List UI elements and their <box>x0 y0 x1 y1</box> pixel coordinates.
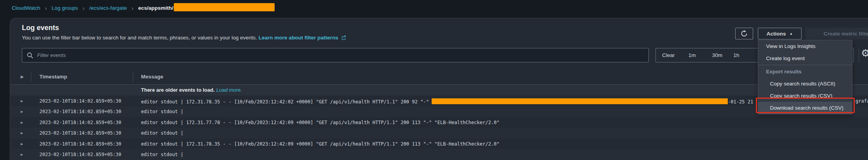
redaction-block-message <box>432 98 728 104</box>
menu-item-download-search-results-csv[interactable]: Download search results (CSV) <box>758 102 852 114</box>
chevron-up-icon: ▲ <box>789 32 793 36</box>
actions-button[interactable]: Actions ▲ <box>758 28 802 39</box>
menu-item-view-in-logs-insights[interactable]: View in Logs Insights <box>758 40 852 52</box>
menu-section-export-results: Export results <box>758 66 852 78</box>
breadcrumb: CloudWatch › Log groups › /ecs/ecs-farga… <box>12 0 275 16</box>
time-range-1m[interactable]: 1m <box>688 52 696 58</box>
older-events-text: There are older events to load. <box>141 87 215 93</box>
log-events-table: There are older events to load.Load more… <box>10 85 868 160</box>
breadcrumb-current-stream: ecs/appsmith/ <box>138 5 173 11</box>
create-metric-filter-button[interactable]: Create metric filter <box>805 28 868 39</box>
page-title: Log events <box>22 24 59 32</box>
refresh-button[interactable] <box>735 28 753 39</box>
table-row[interactable]: ▶ 2023-02-10T18:14:02.859+05:30 editor s… <box>10 96 868 107</box>
table-row[interactable]: ▶ 2023-02-10T18:14:02.859+05:30 editor s… <box>10 149 868 160</box>
refresh-icon <box>741 30 748 37</box>
timestamp-cell: 2023-02-10T18:14:02.859+05:30 <box>39 141 121 147</box>
breadcrumb-separator: › <box>132 5 134 11</box>
divider <box>859 49 859 62</box>
search-icon <box>27 52 33 59</box>
menu-item-copy-search-results-csv[interactable]: Copy search results (CSV) <box>758 90 852 102</box>
column-header-timestamp: Timestamp <box>39 74 67 80</box>
expand-row-icon[interactable]: ▶ <box>21 120 23 124</box>
learn-more-link[interactable]: Learn more about filter patterns <box>259 35 338 41</box>
timestamp-cell: 2023-02-10T18:14:02.859+05:30 <box>39 130 121 136</box>
time-range-1h[interactable]: 1h <box>733 52 739 58</box>
time-range-clear[interactable]: Clear <box>662 52 675 58</box>
expand-row-icon[interactable]: ▶ <box>21 142 23 146</box>
expand-row-icon[interactable]: ▶ <box>21 109 23 114</box>
expand-row-icon[interactable]: ▶ <box>21 152 23 156</box>
time-range-30m[interactable]: 30m <box>712 52 722 58</box>
menu-divider <box>758 65 852 65</box>
menu-item-create-log-event[interactable]: Create log event <box>758 52 852 64</box>
column-header-message: Message <box>141 74 163 80</box>
timestamp-cell: 2023-02-10T18:14:02.859+05:30 <box>39 120 121 125</box>
column-divider <box>133 72 133 82</box>
gear-icon[interactable]: ⚙ <box>861 47 868 59</box>
actions-dropdown-menu: View in Logs Insights Create log event E… <box>758 40 852 114</box>
older-events-row: There are older events to load.Load more… <box>10 85 868 96</box>
breadcrumb-log-group[interactable]: /ecs/ecs-fargate <box>89 5 127 11</box>
message-cell: editor stdout | 172.31.78.35 - - [10/Feb… <box>141 141 500 147</box>
external-link-icon <box>341 35 346 40</box>
menu-item-copy-search-results-ascii[interactable]: Copy search results (ASCII) <box>758 78 852 90</box>
expand-row-icon[interactable]: ▶ <box>21 131 23 135</box>
log-events-panel: Log events You can use the filter bar be… <box>10 18 868 160</box>
table-row[interactable]: ▶ 2023-02-10T18:14:02.859+05:30 editor s… <box>10 128 868 139</box>
filter-events-field[interactable] <box>22 48 649 62</box>
message-cell: editor stdout | <box>141 130 183 136</box>
table-row[interactable]: ▶ 2023-02-10T18:14:02.859+05:30 editor s… <box>10 139 868 149</box>
breadcrumb-separator: › <box>45 5 47 11</box>
breadcrumb-cloudwatch[interactable]: CloudWatch <box>12 5 40 11</box>
message-cell: editor stdout | <box>141 109 183 114</box>
timestamp-cell: 2023-02-10T18:14:02.859+05:30 <box>39 152 121 157</box>
message-cell: editor stdout | 172.31.78.35 - - [10/Feb… <box>141 98 753 105</box>
table-row[interactable]: ▶ 2023-02-10T18:14:02.859+05:30 editor s… <box>10 117 868 128</box>
table-header: ▶ Timestamp Message <box>10 69 868 85</box>
timestamp-cell: 2023-02-10T18:14:02.859+05:30 <box>39 98 121 104</box>
redaction-block-breadcrumb <box>174 3 275 11</box>
expand-row-icon[interactable]: ▶ <box>21 99 23 103</box>
breadcrumb-separator: › <box>83 5 85 11</box>
load-more-link[interactable]: Load more. <box>216 87 242 93</box>
timestamp-cell: 2023-02-10T18:14:02.859+05:30 <box>39 109 121 114</box>
message-cell: editor stdout | 172.31.77.78 - - [10/Feb… <box>141 120 500 125</box>
expand-all-icon[interactable]: ▶ <box>21 75 24 79</box>
breadcrumb-log-groups[interactable]: Log groups <box>52 5 78 11</box>
message-fragment: grafan <box>855 98 868 104</box>
page-description: You can use the filter bar below to sear… <box>22 35 346 41</box>
filter-events-input[interactable] <box>37 52 644 58</box>
column-divider <box>31 72 31 82</box>
table-row[interactable]: ▶ 2023-02-10T18:14:02.859+05:30 editor s… <box>10 106 868 117</box>
message-cell: editor stdout | <box>141 152 183 157</box>
